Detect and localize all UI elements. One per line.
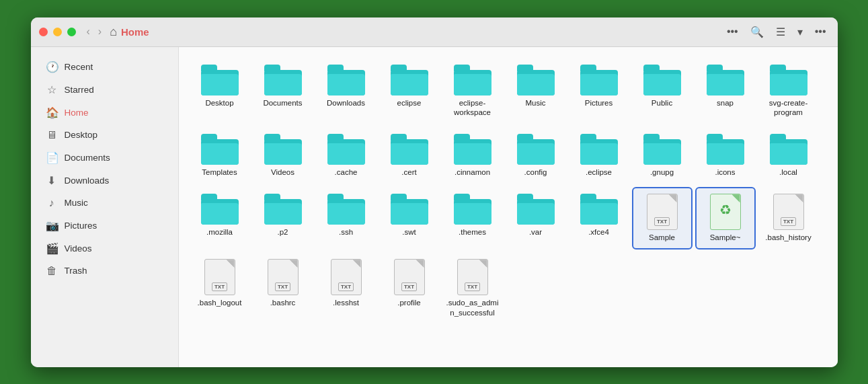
file-item-sample-txt[interactable]: TXTSample bbox=[632, 187, 693, 249]
more-options-button[interactable]: ••• bbox=[723, 24, 742, 40]
sidebar-item-pictures[interactable]: 📷 Pictures bbox=[35, 215, 174, 237]
file-item-config[interactable]: .config bbox=[506, 127, 566, 184]
file-item-cinnamon[interactable]: .cinnamon bbox=[442, 127, 503, 184]
file-label-snap: snap bbox=[717, 98, 734, 108]
file-item-ssh[interactable]: .ssh bbox=[316, 187, 377, 249]
file-item-sudo-success[interactable]: TXT.sudo_as_admin_successful bbox=[442, 252, 503, 325]
file-item-local[interactable]: .local bbox=[758, 127, 819, 184]
file-icon-snap bbox=[707, 65, 744, 95]
file-label-svg-create-program: svg-create-program bbox=[762, 98, 815, 118]
file-icon-sample-txt: TXT bbox=[647, 194, 678, 230]
file-item-swt[interactable]: .swt bbox=[379, 187, 440, 249]
maximize-button[interactable] bbox=[67, 28, 76, 36]
file-item-svg-create-program[interactable]: svg-create-program bbox=[758, 58, 819, 125]
file-label-sample-txt: Sample bbox=[649, 233, 675, 243]
file-item-pictures[interactable]: Pictures bbox=[569, 58, 629, 125]
sidebar-icon-recent: 🕐 bbox=[46, 61, 58, 73]
file-item-downloads[interactable]: Downloads bbox=[316, 58, 377, 125]
file-label-p2: .p2 bbox=[278, 227, 288, 237]
sidebar-label-trash: Trash bbox=[65, 266, 87, 276]
file-item-themes[interactable]: .themes bbox=[442, 187, 503, 249]
file-item-bash-logout[interactable]: TXT.bash_logout bbox=[190, 252, 250, 325]
file-item-gnupg[interactable]: .gnupg bbox=[632, 127, 693, 184]
file-label-xfce4: .xfce4 bbox=[588, 227, 609, 237]
menu-button[interactable]: ••• bbox=[812, 24, 830, 40]
file-grid: Desktop Documents Downloads eclipse ecli… bbox=[190, 58, 827, 325]
file-item-p2[interactable]: .p2 bbox=[253, 187, 313, 249]
sidebar-item-starred[interactable]: ☆ Starred bbox=[35, 79, 174, 101]
file-item-profile[interactable]: TXT.profile bbox=[379, 252, 440, 325]
sidebar-icon-pictures: 📷 bbox=[46, 219, 58, 232]
titlebar-actions: ••• 🔍 ☰ ▾ ••• bbox=[723, 24, 830, 40]
file-icon-config bbox=[517, 134, 555, 165]
sidebar-item-videos[interactable]: 🎬 Videos bbox=[35, 237, 174, 260]
file-item-eclipse-workspace[interactable]: eclipse-workspace bbox=[442, 58, 503, 125]
file-item-videos[interactable]: Videos bbox=[253, 127, 313, 184]
close-button[interactable] bbox=[39, 28, 48, 36]
file-item-documents[interactable]: Documents bbox=[253, 58, 313, 125]
file-item-templates[interactable]: Templates bbox=[190, 127, 250, 184]
sidebar-item-music[interactable]: ♪ Music bbox=[35, 192, 174, 214]
home-icon: ⌂ bbox=[110, 25, 117, 39]
file-item-public[interactable]: Public bbox=[632, 58, 693, 125]
file-item-music[interactable]: Music bbox=[506, 58, 566, 125]
file-label-lesshst: .lesshst bbox=[333, 298, 359, 308]
sidebar-label-home: Home bbox=[65, 108, 89, 118]
file-label-local: .local bbox=[779, 167, 797, 178]
file-icon-bash-logout: TXT bbox=[204, 259, 235, 295]
file-item-desktop[interactable]: Desktop bbox=[190, 58, 250, 125]
file-label-music: Music bbox=[525, 98, 545, 108]
file-icon-templates bbox=[201, 134, 239, 165]
file-manager-window: ‹ › ⌂ Home ••• 🔍 ☰ ▾ ••• 🕐 Recent ☆ Star… bbox=[31, 17, 838, 367]
file-icon-p2 bbox=[264, 194, 302, 225]
file-label-eclipse: eclipse bbox=[397, 98, 422, 108]
content-area: Desktop Documents Downloads eclipse ecli… bbox=[179, 47, 838, 367]
file-item-xfce4[interactable]: .xfce4 bbox=[569, 187, 629, 249]
file-icon-downloads bbox=[327, 65, 365, 95]
forward-button[interactable]: › bbox=[95, 24, 104, 39]
file-icon-bashrc: TXT bbox=[268, 259, 299, 295]
file-label-themes: .themes bbox=[459, 227, 486, 237]
file-icon-gnupg bbox=[643, 134, 681, 165]
file-item-eclipse[interactable]: eclipse bbox=[379, 58, 440, 125]
file-label-documents: Documents bbox=[263, 98, 302, 108]
sidebar-label-downloads: Downloads bbox=[65, 176, 110, 186]
sort-dropdown-button[interactable]: ▾ bbox=[794, 24, 806, 40]
sidebar-item-documents[interactable]: 📄 Documents bbox=[35, 147, 174, 169]
sidebar-item-recent[interactable]: 🕐 Recent bbox=[35, 56, 174, 78]
file-icon-mozilla bbox=[201, 194, 239, 225]
sidebar-item-home[interactable]: 🏠 Home bbox=[35, 102, 174, 124]
file-item-bash-history[interactable]: TXT.bash_history bbox=[758, 187, 819, 249]
sidebar-label-starred: Starred bbox=[65, 85, 94, 95]
file-item-sample-recycle[interactable]: ♻Sample~ bbox=[695, 187, 756, 249]
file-item-icons[interactable]: .icons bbox=[695, 127, 756, 184]
file-item-lesshst[interactable]: TXT.lesshst bbox=[316, 252, 377, 325]
list-view-button[interactable]: ☰ bbox=[773, 24, 789, 40]
file-item-mozilla[interactable]: .mozilla bbox=[190, 187, 250, 249]
sidebar-item-desktop[interactable]: 🖥 Desktop bbox=[35, 124, 174, 146]
back-button[interactable]: ‹ bbox=[84, 24, 93, 39]
file-item-cert[interactable]: .cert bbox=[379, 127, 440, 184]
file-item-var[interactable]: .var bbox=[506, 187, 566, 249]
file-label-profile: .profile bbox=[397, 298, 421, 308]
sidebar-item-trash[interactable]: 🗑 Trash bbox=[35, 260, 174, 282]
file-label-bash-history: .bash_history bbox=[765, 233, 811, 243]
file-item-bashrc[interactable]: TXT.bashrc bbox=[253, 252, 313, 325]
file-icon-pictures bbox=[580, 65, 618, 95]
file-label-bash-logout: .bash_logout bbox=[198, 298, 242, 308]
file-icon-sudo-success: TXT bbox=[457, 259, 488, 295]
file-icon-eclipse-workspace bbox=[454, 65, 491, 95]
file-icon-eclipse2 bbox=[580, 134, 618, 165]
file-icon-themes bbox=[454, 194, 491, 225]
sidebar-label-desktop: Desktop bbox=[65, 130, 98, 140]
search-button[interactable]: 🔍 bbox=[747, 24, 767, 40]
sidebar-item-downloads[interactable]: ⬇ Downloads bbox=[35, 169, 174, 192]
minimize-button[interactable] bbox=[53, 28, 62, 36]
file-item-snap[interactable]: snap bbox=[695, 58, 756, 125]
file-label-mozilla: .mozilla bbox=[206, 227, 233, 237]
file-label-eclipse-workspace: eclipse-workspace bbox=[446, 98, 499, 118]
file-item-cache[interactable]: .cache bbox=[316, 127, 377, 184]
file-label-config: .config bbox=[524, 167, 547, 178]
sidebar-icon-documents: 📄 bbox=[46, 151, 58, 164]
file-item-eclipse2[interactable]: .eclipse bbox=[569, 127, 629, 184]
